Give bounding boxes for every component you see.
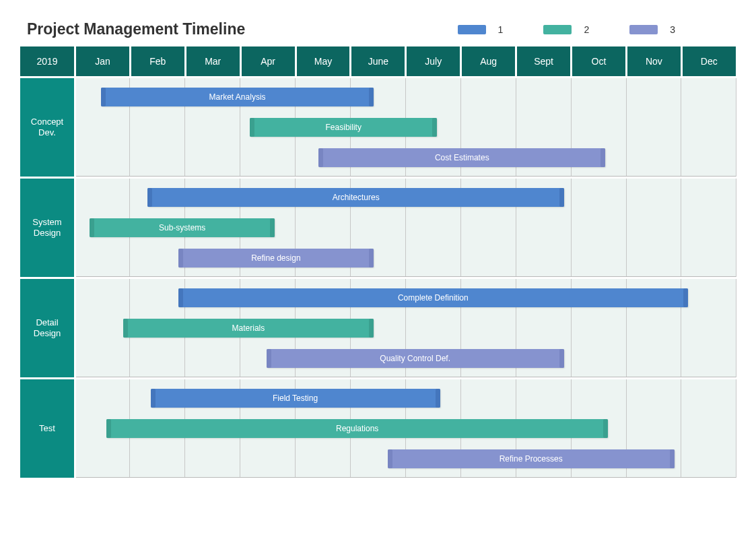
phase-label: Test	[20, 379, 74, 478]
legend-label: 1	[498, 24, 504, 35]
grid-line	[736, 379, 736, 478]
month-cell: Jan	[76, 46, 129, 76]
task-bar: Sub-systems	[90, 218, 274, 237]
legend: 123	[458, 24, 729, 35]
phase-area: Complete DefinitionMaterialsQuality Cont…	[76, 279, 736, 377]
grid-line	[681, 379, 681, 478]
grid-line	[626, 179, 627, 277]
phase-row: System DesignArchitecturesSub-systemsRef…	[20, 179, 736, 277]
grid-line	[736, 78, 736, 177]
grid-line	[736, 179, 736, 277]
grid-line	[681, 179, 681, 277]
phase-row: TestField TestingRegulationsRefine Proce…	[20, 379, 736, 478]
month-cell: May	[297, 46, 350, 76]
task-bar: Cost Estimates	[318, 148, 605, 167]
task-label: Cost Estimates	[435, 153, 489, 162]
column-header-row: 2019 JanFebMarAprMayJuneJulyAugSeptOctNo…	[20, 46, 736, 76]
task-bar: Regulations	[106, 419, 608, 438]
month-cell: Feb	[131, 46, 184, 76]
month-cell: Aug	[462, 46, 515, 76]
task-bar: Field Testing	[151, 389, 440, 408]
month-cell: July	[407, 46, 460, 76]
legend-swatch	[458, 25, 486, 34]
task-label: Market Analysis	[209, 92, 266, 102]
task-label: Sub-systems	[159, 223, 205, 232]
legend-item-3: 3	[629, 24, 675, 35]
grid-line	[736, 279, 736, 377]
phase-row: Concept Dev.Market AnalysisFeasibilityCo…	[20, 78, 736, 177]
grid-line	[626, 78, 627, 177]
phase-area: Market AnalysisFeasibilityCost Estimates	[76, 78, 736, 177]
task-label: Complete Definition	[398, 293, 469, 303]
task-bar: Refine design	[178, 249, 374, 268]
task-bar: Architectures	[147, 188, 563, 207]
task-bar: Quality Control Def.	[267, 349, 564, 368]
month-cell: Dec	[683, 46, 736, 76]
month-cell: June	[351, 46, 405, 76]
phase-area: Field TestingRegulationsRefine Processes	[76, 379, 736, 478]
phase-area: ArchitecturesSub-systemsRefine design	[76, 179, 736, 277]
task-label: Regulations	[336, 424, 378, 433]
task-bar: Feasibility	[250, 118, 437, 137]
grid-line	[681, 78, 681, 177]
phase-label: Detail Design	[20, 279, 74, 377]
month-cell: Oct	[572, 46, 625, 76]
task-bar: Market Analysis	[101, 88, 374, 106]
task-label: Refine design	[251, 253, 300, 263]
grid-line	[571, 179, 572, 277]
task-label: Architectures	[333, 193, 380, 202]
legend-swatch	[543, 25, 572, 34]
phase-label: System Design	[20, 179, 74, 277]
phase-label: Concept Dev.	[20, 78, 74, 177]
header: Project Management Timeline 123	[20, 20, 736, 38]
task-bar: Materials	[123, 319, 374, 338]
phase-row: Detail DesignComplete DefinitionMaterial…	[20, 279, 736, 377]
task-label: Refine Processes	[500, 454, 563, 464]
gantt-chart: 2019 JanFebMarAprMayJuneJulyAugSeptOctNo…	[20, 46, 736, 478]
page-title: Project Management Timeline	[27, 20, 245, 38]
month-cell: Sept	[517, 46, 570, 76]
task-label: Field Testing	[273, 394, 318, 403]
task-label: Feasibility	[326, 123, 362, 132]
month-cell: Nov	[627, 46, 681, 76]
gantt-body: Concept Dev.Market AnalysisFeasibilityCo…	[20, 78, 736, 478]
legend-swatch	[629, 25, 658, 34]
task-bar: Complete Definition	[178, 288, 689, 307]
legend-item-2: 2	[543, 24, 589, 35]
year-cell: 2019	[20, 46, 74, 76]
month-cell: Mar	[186, 46, 240, 76]
legend-item-1: 1	[458, 24, 504, 35]
legend-label: 3	[670, 24, 675, 35]
task-bar: Refine Processes	[388, 449, 675, 468]
task-label: Materials	[232, 323, 265, 333]
month-cell: Apr	[242, 46, 295, 76]
legend-label: 2	[584, 24, 589, 35]
task-label: Quality Control Def.	[380, 354, 450, 363]
